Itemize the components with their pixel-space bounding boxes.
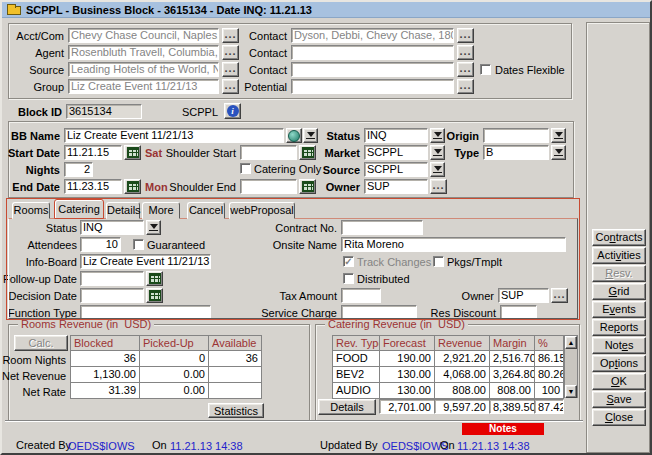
updated-by-label: Updated By bbox=[320, 439, 377, 452]
bb-name-field[interactable]: Liz Create Event 11/21/13 bbox=[64, 128, 284, 143]
end-date-field[interactable]: 11.23.15 bbox=[64, 179, 122, 194]
origin-dropdown-button[interactable] bbox=[551, 128, 566, 143]
group-label: Group bbox=[2, 81, 64, 94]
property-info-button[interactable]: i bbox=[224, 103, 241, 119]
acct-com-field[interactable]: Chevy Chase Council, Naples, bbox=[68, 28, 219, 43]
net-revenue-blocked: 1,130.00 bbox=[70, 366, 140, 383]
potential-label: Potential bbox=[202, 81, 287, 94]
type-field[interactable]: B bbox=[483, 145, 549, 160]
dates-flexible-checkbox[interactable] bbox=[480, 64, 491, 75]
info-icon: i bbox=[227, 105, 239, 117]
potential-field[interactable] bbox=[291, 79, 454, 94]
owner-lov-button[interactable] bbox=[430, 179, 447, 194]
col-picked-up: Picked-Up bbox=[139, 335, 209, 351]
details-button[interactable]: Details bbox=[318, 399, 376, 415]
net-rate-blocked: 31.39 bbox=[70, 382, 140, 399]
bb-source-field[interactable]: SCPPL bbox=[364, 162, 428, 177]
total-forecast: 2,701.00 bbox=[379, 399, 435, 414]
reports-button[interactable]: Reports bbox=[592, 319, 646, 336]
type-dropdown-button[interactable] bbox=[551, 145, 566, 160]
created-on-value: 11.21.13 14:38 bbox=[170, 440, 243, 453]
total-margin: 8,389.50 bbox=[489, 399, 535, 414]
rev-row-pct: 86.15 bbox=[534, 350, 564, 367]
rev-row-revenue: 808.00 bbox=[434, 382, 490, 399]
tab-rooms[interactable]: Rooms bbox=[12, 202, 50, 219]
shoulder-end-field[interactable] bbox=[240, 179, 297, 194]
block-id-label: Block ID bbox=[2, 106, 62, 119]
owner-field[interactable]: SUP bbox=[364, 179, 428, 194]
rev-row-pct: 80.26 bbox=[534, 366, 564, 383]
shoulder-start-field[interactable] bbox=[240, 145, 297, 160]
start-date-field[interactable]: 11.21.15 bbox=[64, 145, 122, 160]
group-field[interactable]: Liz Create Event 11/21/13 bbox=[68, 79, 219, 94]
source-field[interactable]: Leading Hotels of the World, Naples, bbox=[68, 62, 219, 77]
tab-webproposal[interactable]: webProposal bbox=[229, 202, 295, 219]
catering-revenue-scrollbar[interactable]: ▲ ▼ bbox=[564, 335, 578, 398]
bb-source-label: Source bbox=[302, 164, 360, 177]
activities-button[interactable]: Activities bbox=[592, 247, 646, 264]
translate-button[interactable] bbox=[286, 128, 302, 143]
updated-by-value: OEDS$IOWS bbox=[382, 440, 449, 453]
property-label: SCPPL bbox=[162, 106, 218, 119]
tab-more[interactable]: More bbox=[142, 202, 180, 219]
events-button[interactable]: Events bbox=[592, 301, 646, 318]
scroll-down-icon[interactable]: ▼ bbox=[565, 385, 577, 398]
tab-details[interactable]: Details bbox=[106, 202, 140, 219]
agent-field[interactable]: Rosenbluth Travell, Columbia, 1800-r bbox=[68, 45, 219, 60]
market-field[interactable]: SCPPL bbox=[364, 145, 428, 160]
tab-cancel[interactable]: Cancel bbox=[187, 202, 225, 219]
start-date-label: Start Date bbox=[2, 147, 60, 160]
col-revenue: Revenue bbox=[434, 335, 490, 351]
calc-button: Calc. bbox=[14, 335, 68, 351]
created-by-label: Created By bbox=[16, 439, 71, 452]
contact1-lov-button[interactable] bbox=[457, 28, 474, 43]
ok-button[interactable]: OK bbox=[592, 373, 646, 390]
catering-only-checkbox[interactable] bbox=[240, 163, 251, 174]
catering-revenue-title: Catering Revenue (in USD) bbox=[325, 318, 468, 330]
resv-button: Resv. bbox=[592, 265, 646, 282]
rev-row-revenue: 2,921.20 bbox=[434, 350, 490, 367]
rev-row-type: FOOD bbox=[332, 350, 380, 367]
origin-field[interactable] bbox=[483, 128, 549, 143]
net-revenue-label: Net Revenue bbox=[2, 370, 66, 383]
globe-icon bbox=[288, 130, 300, 142]
shoulder-start-label: Shoulder Start bbox=[132, 147, 236, 160]
contact2-field[interactable] bbox=[291, 45, 454, 60]
col-pct: % bbox=[534, 335, 564, 351]
nights-label: Nights bbox=[2, 164, 60, 177]
room-nights-picked: 0 bbox=[139, 350, 209, 367]
source-label: Source bbox=[2, 64, 64, 77]
created-on-label: On bbox=[152, 439, 167, 452]
contact3-lov-button[interactable] bbox=[457, 62, 474, 77]
options-button[interactable]: Options bbox=[592, 355, 646, 372]
dates-flexible-label: Dates Flexible bbox=[495, 64, 565, 77]
created-by-value: OEDS$IOWS bbox=[68, 440, 135, 453]
net-rate-available bbox=[208, 382, 262, 399]
col-margin: Margin bbox=[489, 335, 535, 351]
rooms-revenue-title: Rooms Revenue (in USD) bbox=[18, 318, 154, 330]
close-button[interactable]: Close bbox=[592, 409, 646, 426]
potential-lov-button[interactable] bbox=[457, 79, 474, 94]
tab-catering[interactable]: Catering bbox=[54, 199, 104, 219]
agent-label: Agent bbox=[2, 47, 64, 60]
rev-row-forecast: 190.00 bbox=[379, 350, 435, 367]
contact2-lov-button[interactable] bbox=[457, 45, 474, 60]
bb-source-dropdown-button[interactable] bbox=[430, 162, 445, 177]
nights-field[interactable]: 2 bbox=[64, 162, 93, 177]
statistics-button[interactable]: Statistics bbox=[208, 403, 264, 418]
contact2-label: Contact bbox=[202, 47, 287, 60]
notes-button[interactable]: Notes bbox=[592, 337, 646, 354]
status-field[interactable]: INQ bbox=[364, 128, 428, 143]
rev-row-margin: 808.00 bbox=[489, 382, 535, 399]
business-block-window: SCPPL - Business Block - 3615134 - Date … bbox=[0, 0, 652, 455]
owner-label: Owner bbox=[302, 181, 360, 194]
updated-on-label: On bbox=[440, 439, 455, 452]
grid-button[interactable]: Grid bbox=[592, 283, 646, 300]
save-button[interactable]: Save bbox=[592, 391, 646, 408]
scroll-up-icon[interactable]: ▲ bbox=[565, 336, 577, 349]
total-revenue: 9,597.20 bbox=[434, 399, 490, 414]
bb-name-label: BB Name bbox=[2, 130, 60, 143]
contact3-field[interactable] bbox=[291, 62, 454, 77]
contracts-button[interactable]: Contracts bbox=[592, 229, 646, 246]
contact1-field[interactable]: Dyson, Debbi, Chevy Chase, 1800-123- bbox=[291, 28, 454, 43]
